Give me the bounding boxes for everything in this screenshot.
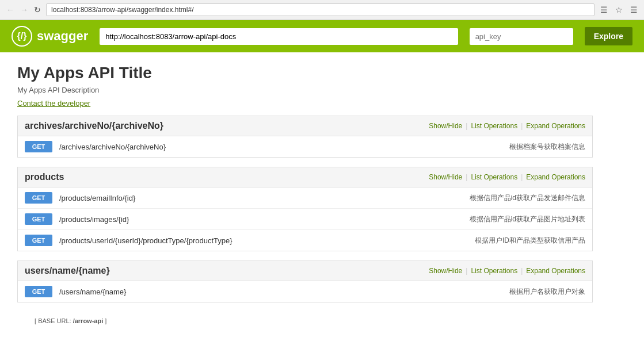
footer-baseurl: [ BASE URL: /arrow-api ] (35, 317, 106, 324)
section-actions-products: Show/Hide|List Operations|Expand Operati… (429, 173, 585, 181)
back-button[interactable]: ← (5, 4, 16, 16)
swagger-logo-icon: {/} (12, 26, 32, 47)
swagger-apikey-input[interactable] (470, 28, 573, 45)
show-hide-link-products[interactable]: Show/Hide (429, 173, 462, 181)
api-section-archives: archives/archiveNo/{archiveNo}Show/Hide|… (17, 116, 593, 158)
separator: | (466, 173, 467, 181)
operation-path-users-0: /users/name/{name} (59, 288, 502, 296)
method-badge-products-0: GET (25, 192, 52, 204)
address-bar[interactable] (46, 3, 595, 16)
swagger-header: {/} swagger Explore (0, 20, 644, 52)
show-hide-link-users[interactable]: Show/Hide (429, 267, 462, 275)
operation-row-products-1: GET/products/images/{id}根据信用产品id获取产品图片地址… (18, 209, 592, 230)
expand-ops-link-users[interactable]: Expand Operations (526, 267, 585, 275)
refresh-button[interactable]: ↻ (32, 5, 43, 15)
section-title-archives: archives/archiveNo/{archiveNo} (25, 121, 429, 131)
operation-desc-products-2: 根据用户ID和产品类型获取信用产品 (475, 236, 585, 246)
list-ops-link-users[interactable]: List Operations (471, 267, 517, 275)
menu-icon[interactable]: ☰ (628, 4, 639, 16)
browser-chrome: ← → ↻ ☰ ☆ ☰ (0, 0, 644, 20)
separator: | (466, 267, 467, 275)
section-title-products: products (25, 172, 429, 182)
star-icon[interactable]: ☆ (613, 4, 624, 16)
operation-row-users-0: GET/users/name/{name}根据用户名获取用户对象 (18, 281, 592, 302)
expand-ops-link-products[interactable]: Expand Operations (526, 173, 585, 181)
address-input[interactable] (51, 6, 589, 14)
operation-desc-products-0: 根据信用产品id获取产品发送邮件信息 (470, 193, 585, 203)
operation-desc-products-1: 根据信用产品id获取产品图片地址列表 (470, 214, 585, 224)
operation-desc-users-0: 根据用户名获取用户对象 (509, 287, 585, 297)
nav-buttons: ← → ↻ (5, 4, 43, 16)
separator: | (521, 173, 523, 181)
section-title-users: users/name/{name} (25, 266, 429, 276)
api-section-products: productsShow/Hide|List Operations|Expand… (17, 167, 593, 251)
operation-row-products-2: GET/products/userId/{userId}/productType… (18, 230, 592, 251)
show-hide-link-archives[interactable]: Show/Hide (429, 122, 462, 130)
sections-container: archives/archiveNo/{archiveNo}Show/Hide|… (17, 116, 593, 302)
swagger-logo-text: swagger (37, 29, 88, 44)
operation-row-archives-0: GET/archives/archiveNo/{archiveNo}根据档案号获… (18, 136, 592, 157)
operation-path-products-1: /products/images/{id} (59, 215, 463, 224)
api-title: My Apps API Title (17, 64, 593, 82)
operation-row-products-0: GET/products/emailInfo/{id}根据信用产品id获取产品发… (18, 187, 592, 209)
explore-button[interactable]: Explore (585, 27, 632, 45)
contact-link[interactable]: Contact the developer (17, 99, 90, 108)
section-header-archives: archives/archiveNo/{archiveNo}Show/Hide|… (18, 116, 592, 136)
api-description: My Apps API Description (17, 86, 593, 94)
method-badge-archives-0: GET (25, 141, 52, 152)
bookmark-list-icon[interactable]: ☰ (598, 4, 609, 16)
browser-icons: ☰ ☆ ☰ (598, 4, 639, 16)
operation-path-products-0: /products/emailInfo/{id} (59, 194, 463, 202)
expand-ops-link-archives[interactable]: Expand Operations (526, 122, 585, 130)
swagger-logo: {/} swagger (12, 26, 88, 47)
separator: | (466, 122, 467, 130)
operation-path-archives-0: /archives/archiveNo/{archiveNo} (59, 143, 502, 151)
base-url-label: BASE URL: (38, 317, 71, 324)
forward-button[interactable]: → (18, 4, 30, 16)
separator: | (521, 122, 523, 130)
list-ops-link-products[interactable]: List Operations (471, 173, 517, 181)
operation-desc-archives-0: 根据档案号获取档案信息 (509, 142, 585, 152)
section-actions-archives: Show/Hide|List Operations|Expand Operati… (429, 122, 585, 130)
swagger-url-input[interactable] (100, 28, 458, 45)
section-header-products: productsShow/Hide|List Operations|Expand… (18, 167, 592, 187)
browser-toolbar: ← → ↻ ☰ ☆ ☰ (0, 0, 644, 20)
list-ops-link-archives[interactable]: List Operations (471, 122, 517, 130)
section-actions-users: Show/Hide|List Operations|Expand Operati… (429, 267, 585, 275)
api-section-users: users/name/{name}Show/Hide|List Operatio… (17, 260, 593, 302)
base-url-value: /arrow-api (73, 317, 104, 324)
section-header-users: users/name/{name}Show/Hide|List Operatio… (18, 261, 592, 281)
method-badge-users-0: GET (25, 286, 52, 297)
separator: | (521, 267, 523, 275)
main-content: My Apps API Title My Apps API Descriptio… (0, 52, 610, 341)
method-badge-products-1: GET (25, 213, 52, 225)
footer: [ BASE URL: /arrow-api ] (17, 312, 593, 330)
method-badge-products-2: GET (25, 235, 52, 246)
operation-path-products-2: /products/userId/{userId}/productType/{p… (59, 236, 468, 245)
